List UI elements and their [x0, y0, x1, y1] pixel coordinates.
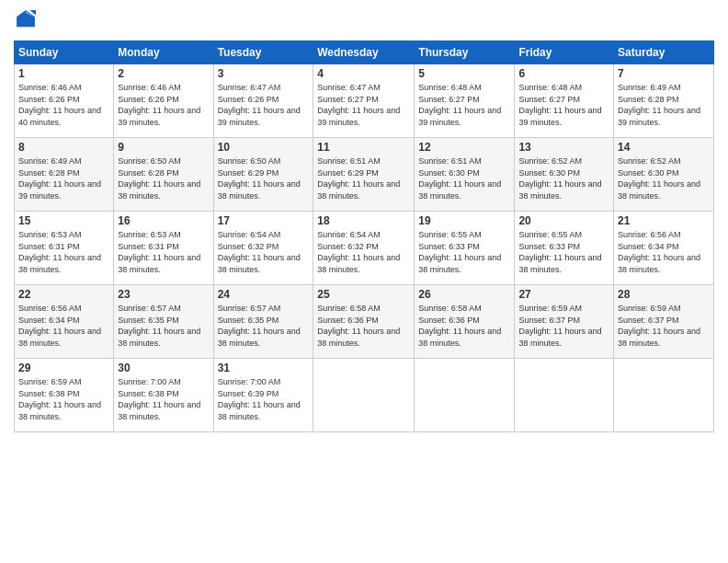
day-number: 17 — [218, 214, 310, 227]
day-info: Sunrise: 6:54 AMSunset: 6:32 PMDaylight:… — [317, 230, 400, 274]
day-number: 18 — [317, 214, 410, 227]
day-number: 5 — [418, 67, 510, 80]
day-info: Sunrise: 6:58 AMSunset: 6:36 PMDaylight:… — [317, 304, 400, 348]
weekday-header: Friday — [515, 41, 614, 64]
calendar-cell: 2 Sunrise: 6:46 AMSunset: 6:26 PMDayligh… — [114, 64, 213, 138]
day-number: 27 — [518, 288, 609, 301]
calendar-cell — [614, 359, 714, 432]
day-number: 19 — [418, 214, 510, 227]
day-number: 1 — [18, 67, 109, 80]
calendar: SundayMondayTuesdayWednesdayThursdayFrid… — [14, 40, 714, 432]
calendar-cell: 27 Sunrise: 6:59 AMSunset: 6:37 PMDaylig… — [515, 285, 614, 359]
calendar-cell: 22 Sunrise: 6:56 AMSunset: 6:34 PMDaylig… — [15, 285, 114, 359]
calendar-cell — [515, 359, 614, 432]
day-info: Sunrise: 6:48 AMSunset: 6:27 PMDaylight:… — [518, 83, 601, 127]
calendar-cell: 18 Sunrise: 6:54 AMSunset: 6:32 PMDaylig… — [313, 212, 415, 285]
day-info: Sunrise: 6:49 AMSunset: 6:28 PMDaylight:… — [18, 156, 101, 201]
day-info: Sunrise: 6:52 AMSunset: 6:30 PMDaylight:… — [518, 156, 601, 201]
day-info: Sunrise: 6:59 AMSunset: 6:38 PMDaylight:… — [18, 377, 101, 421]
calendar-cell: 29 Sunrise: 6:59 AMSunset: 6:38 PMDaylig… — [15, 359, 114, 432]
calendar-week: 1 Sunrise: 6:46 AMSunset: 6:26 PMDayligh… — [15, 64, 714, 138]
day-info: Sunrise: 6:46 AMSunset: 6:26 PMDaylight:… — [118, 83, 200, 127]
calendar-cell: 4 Sunrise: 6:47 AMSunset: 6:27 PMDayligh… — [313, 64, 415, 138]
day-number: 29 — [18, 362, 109, 374]
day-number: 28 — [618, 288, 710, 301]
day-number: 3 — [218, 67, 310, 80]
day-number: 9 — [118, 141, 209, 154]
day-info: Sunrise: 6:56 AMSunset: 6:34 PMDaylight:… — [618, 230, 700, 274]
calendar-cell: 9 Sunrise: 6:50 AMSunset: 6:28 PMDayligh… — [114, 138, 213, 212]
day-number: 24 — [218, 288, 310, 301]
day-info: Sunrise: 6:50 AMSunset: 6:28 PMDaylight:… — [118, 156, 200, 201]
day-number: 4 — [317, 67, 410, 80]
day-number: 8 — [18, 141, 109, 154]
calendar-cell: 30 Sunrise: 7:00 AMSunset: 6:38 PMDaylig… — [114, 359, 213, 432]
calendar-body: 1 Sunrise: 6:46 AMSunset: 6:26 PMDayligh… — [15, 64, 714, 432]
calendar-cell — [313, 359, 415, 432]
day-number: 21 — [618, 214, 710, 227]
day-info: Sunrise: 6:47 AMSunset: 6:26 PMDaylight:… — [218, 83, 301, 127]
day-info: Sunrise: 6:46 AMSunset: 6:26 PMDaylight:… — [18, 83, 101, 127]
day-info: Sunrise: 6:50 AMSunset: 6:29 PMDaylight:… — [218, 156, 301, 201]
calendar-week: 8 Sunrise: 6:49 AMSunset: 6:28 PMDayligh… — [15, 138, 714, 212]
calendar-cell: 12 Sunrise: 6:51 AMSunset: 6:30 PMDaylig… — [415, 138, 515, 212]
calendar-cell: 24 Sunrise: 6:57 AMSunset: 6:35 PMDaylig… — [213, 285, 313, 359]
calendar-cell: 3 Sunrise: 6:47 AMSunset: 6:26 PMDayligh… — [213, 64, 313, 138]
calendar-cell: 8 Sunrise: 6:49 AMSunset: 6:28 PMDayligh… — [15, 138, 114, 212]
calendar-cell: 26 Sunrise: 6:58 AMSunset: 6:36 PMDaylig… — [415, 285, 515, 359]
day-info: Sunrise: 6:56 AMSunset: 6:34 PMDaylight:… — [18, 304, 101, 348]
day-number: 10 — [218, 141, 310, 154]
day-number: 16 — [118, 214, 209, 227]
day-info: Sunrise: 7:00 AMSunset: 6:39 PMDaylight:… — [218, 377, 301, 421]
calendar-cell — [415, 359, 515, 432]
day-number: 20 — [518, 214, 609, 227]
day-number: 14 — [618, 141, 710, 154]
weekday-header: Monday — [114, 41, 213, 64]
calendar-cell: 21 Sunrise: 6:56 AMSunset: 6:34 PMDaylig… — [614, 212, 714, 285]
day-info: Sunrise: 6:59 AMSunset: 6:37 PMDaylight:… — [518, 304, 601, 348]
day-number: 30 — [118, 362, 209, 374]
weekday-header: Tuesday — [213, 41, 313, 64]
page: SundayMondayTuesdayWednesdayThursdayFrid… — [0, 0, 728, 563]
day-info: Sunrise: 6:58 AMSunset: 6:36 PMDaylight:… — [418, 304, 501, 348]
weekday-header: Saturday — [614, 41, 714, 64]
calendar-cell: 7 Sunrise: 6:49 AMSunset: 6:28 PMDayligh… — [614, 64, 714, 138]
calendar-cell: 20 Sunrise: 6:55 AMSunset: 6:33 PMDaylig… — [515, 212, 614, 285]
calendar-cell: 25 Sunrise: 6:58 AMSunset: 6:36 PMDaylig… — [313, 285, 415, 359]
calendar-week: 22 Sunrise: 6:56 AMSunset: 6:34 PMDaylig… — [15, 285, 714, 359]
day-number: 22 — [18, 288, 109, 301]
calendar-week: 15 Sunrise: 6:53 AMSunset: 6:31 PMDaylig… — [15, 212, 714, 285]
day-info: Sunrise: 6:55 AMSunset: 6:33 PMDaylight:… — [418, 230, 501, 274]
day-number: 23 — [118, 288, 209, 301]
day-info: Sunrise: 6:53 AMSunset: 6:31 PMDaylight:… — [118, 230, 200, 274]
calendar-cell: 28 Sunrise: 6:59 AMSunset: 6:37 PMDaylig… — [614, 285, 714, 359]
day-number: 13 — [518, 141, 609, 154]
day-number: 25 — [317, 288, 410, 301]
day-info: Sunrise: 6:49 AMSunset: 6:28 PMDaylight:… — [618, 83, 700, 127]
weekday-header: Sunday — [15, 41, 114, 64]
calendar-cell: 15 Sunrise: 6:53 AMSunset: 6:31 PMDaylig… — [15, 212, 114, 285]
day-number: 2 — [118, 67, 209, 80]
calendar-cell: 1 Sunrise: 6:46 AMSunset: 6:26 PMDayligh… — [15, 64, 114, 138]
day-number: 6 — [518, 67, 609, 80]
day-info: Sunrise: 6:59 AMSunset: 6:37 PMDaylight:… — [618, 304, 700, 348]
day-number: 31 — [218, 362, 310, 374]
weekday-header: Thursday — [415, 41, 515, 64]
calendar-cell: 23 Sunrise: 6:57 AMSunset: 6:35 PMDaylig… — [114, 285, 213, 359]
calendar-cell: 16 Sunrise: 6:53 AMSunset: 6:31 PMDaylig… — [114, 212, 213, 285]
calendar-cell: 14 Sunrise: 6:52 AMSunset: 6:30 PMDaylig… — [614, 138, 714, 212]
day-info: Sunrise: 6:51 AMSunset: 6:30 PMDaylight:… — [418, 156, 501, 201]
day-info: Sunrise: 6:51 AMSunset: 6:29 PMDaylight:… — [317, 156, 400, 201]
calendar-cell: 5 Sunrise: 6:48 AMSunset: 6:27 PMDayligh… — [415, 64, 515, 138]
calendar-cell: 6 Sunrise: 6:48 AMSunset: 6:27 PMDayligh… — [515, 64, 614, 138]
weekday-header: Wednesday — [313, 41, 415, 64]
day-info: Sunrise: 6:53 AMSunset: 6:31 PMDaylight:… — [18, 230, 101, 274]
day-info: Sunrise: 6:57 AMSunset: 6:35 PMDaylight:… — [118, 304, 200, 348]
day-info: Sunrise: 6:52 AMSunset: 6:30 PMDaylight:… — [618, 156, 700, 201]
header — [14, 9, 714, 33]
day-number: 7 — [618, 67, 710, 80]
day-number: 15 — [18, 214, 109, 227]
day-info: Sunrise: 6:47 AMSunset: 6:27 PMDaylight:… — [317, 83, 400, 127]
day-info: Sunrise: 6:48 AMSunset: 6:27 PMDaylight:… — [418, 83, 501, 127]
day-number: 11 — [317, 141, 410, 154]
